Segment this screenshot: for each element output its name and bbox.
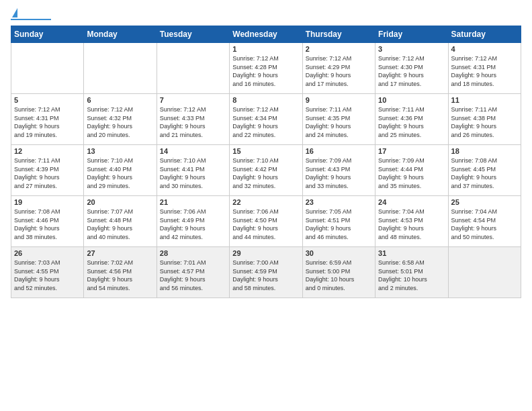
day-cell-17: 17Sunrise: 7:09 AM Sunset: 4:44 PM Dayli… (375, 145, 448, 196)
day-number: 17 (378, 147, 445, 155)
day-number: 31 (378, 249, 445, 257)
day-number: 8 (232, 96, 299, 104)
day-info: Sunrise: 7:11 AM Sunset: 4:38 PM Dayligh… (451, 105, 518, 139)
day-number: 3 (378, 45, 445, 53)
day-number: 11 (451, 96, 518, 104)
day-cell-6: 6Sunrise: 7:12 AM Sunset: 4:32 PM Daylig… (84, 94, 157, 145)
day-info: Sunrise: 7:11 AM Sunset: 4:36 PM Dayligh… (378, 105, 445, 139)
logo-line (11, 19, 51, 20)
day-cell-1: 1Sunrise: 7:12 AM Sunset: 4:28 PM Daylig… (230, 43, 302, 94)
day-number: 13 (87, 147, 153, 155)
day-number: 5 (14, 96, 81, 104)
day-number: 26 (14, 249, 81, 257)
day-cell-24: 24Sunrise: 7:04 AM Sunset: 4:53 PM Dayli… (375, 196, 448, 247)
day-info: Sunrise: 7:08 AM Sunset: 4:46 PM Dayligh… (14, 208, 81, 241)
day-cell-23: 23Sunrise: 7:05 AM Sunset: 4:51 PM Dayli… (302, 196, 375, 247)
week-row-1: 1Sunrise: 7:12 AM Sunset: 4:28 PM Daylig… (11, 43, 521, 94)
day-cell-31: 31Sunrise: 6:58 AM Sunset: 5:01 PM Dayli… (375, 247, 448, 298)
day-number: 19 (14, 198, 81, 206)
day-cell-25: 25Sunrise: 7:04 AM Sunset: 4:54 PM Dayli… (448, 196, 521, 247)
day-info: Sunrise: 7:03 AM Sunset: 4:55 PM Dayligh… (14, 259, 81, 292)
day-cell-16: 16Sunrise: 7:09 AM Sunset: 4:43 PM Dayli… (302, 145, 375, 196)
day-number: 1 (232, 45, 299, 53)
day-number: 24 (378, 198, 445, 206)
weekday-header-sunday: Sunday (11, 26, 84, 43)
day-info: Sunrise: 7:04 AM Sunset: 4:53 PM Dayligh… (378, 208, 445, 241)
day-cell-7: 7Sunrise: 7:12 AM Sunset: 4:33 PM Daylig… (157, 94, 229, 145)
page: SundayMondayTuesdayWednesdayThursdayFrid… (0, 0, 532, 411)
week-row-3: 12Sunrise: 7:11 AM Sunset: 4:39 PM Dayli… (11, 145, 521, 196)
day-info: Sunrise: 7:11 AM Sunset: 4:39 PM Dayligh… (14, 156, 81, 190)
day-cell-5: 5Sunrise: 7:12 AM Sunset: 4:31 PM Daylig… (11, 94, 84, 145)
day-cell-30: 30Sunrise: 6:59 AM Sunset: 5:00 PM Dayli… (302, 247, 375, 298)
day-cell-11: 11Sunrise: 7:11 AM Sunset: 4:38 PM Dayli… (448, 94, 521, 145)
day-info: Sunrise: 7:12 AM Sunset: 4:29 PM Dayligh… (306, 54, 372, 88)
day-info: Sunrise: 7:02 AM Sunset: 4:56 PM Dayligh… (87, 259, 153, 292)
day-number: 20 (87, 198, 153, 206)
day-number: 28 (160, 249, 226, 257)
weekday-header-saturday: Saturday (448, 26, 521, 43)
day-number: 6 (87, 96, 153, 104)
day-cell-12: 12Sunrise: 7:11 AM Sunset: 4:39 PM Dayli… (11, 145, 84, 196)
day-info: Sunrise: 7:12 AM Sunset: 4:30 PM Dayligh… (378, 54, 445, 88)
day-cell-27: 27Sunrise: 7:02 AM Sunset: 4:56 PM Dayli… (84, 247, 157, 298)
empty-cell (84, 43, 157, 94)
day-info: Sunrise: 7:10 AM Sunset: 4:42 PM Dayligh… (232, 156, 299, 190)
week-row-4: 19Sunrise: 7:08 AM Sunset: 4:46 PM Dayli… (11, 196, 521, 247)
logo-triangle-icon (12, 8, 17, 17)
day-info: Sunrise: 6:58 AM Sunset: 5:01 PM Dayligh… (378, 259, 445, 292)
day-info: Sunrise: 7:00 AM Sunset: 4:59 PM Dayligh… (232, 259, 299, 292)
weekday-header-monday: Monday (84, 26, 157, 43)
day-info: Sunrise: 7:12 AM Sunset: 4:31 PM Dayligh… (14, 105, 81, 139)
day-info: Sunrise: 7:06 AM Sunset: 4:50 PM Dayligh… (232, 208, 299, 241)
day-info: Sunrise: 7:12 AM Sunset: 4:32 PM Dayligh… (87, 105, 153, 139)
day-cell-21: 21Sunrise: 7:06 AM Sunset: 4:49 PM Dayli… (157, 196, 229, 247)
day-info: Sunrise: 7:06 AM Sunset: 4:49 PM Dayligh… (160, 208, 226, 241)
day-info: Sunrise: 7:05 AM Sunset: 4:51 PM Dayligh… (306, 208, 372, 241)
day-number: 23 (306, 198, 372, 206)
day-info: Sunrise: 7:12 AM Sunset: 4:34 PM Dayligh… (232, 105, 299, 139)
day-info: Sunrise: 7:04 AM Sunset: 4:54 PM Dayligh… (451, 208, 518, 241)
day-cell-3: 3Sunrise: 7:12 AM Sunset: 4:30 PM Daylig… (375, 43, 448, 94)
day-number: 29 (232, 249, 299, 257)
day-number: 9 (306, 96, 372, 104)
day-cell-18: 18Sunrise: 7:08 AM Sunset: 4:45 PM Dayli… (448, 145, 521, 196)
day-cell-20: 20Sunrise: 7:07 AM Sunset: 4:48 PM Dayli… (84, 196, 157, 247)
day-number: 4 (451, 45, 518, 53)
header (11, 8, 521, 20)
weekday-header-tuesday: Tuesday (157, 26, 229, 43)
day-cell-19: 19Sunrise: 7:08 AM Sunset: 4:46 PM Dayli… (11, 196, 84, 247)
day-number: 12 (14, 147, 81, 155)
day-cell-8: 8Sunrise: 7:12 AM Sunset: 4:34 PM Daylig… (230, 94, 302, 145)
day-cell-22: 22Sunrise: 7:06 AM Sunset: 4:50 PM Dayli… (230, 196, 302, 247)
calendar: SundayMondayTuesdayWednesdayThursdayFrid… (11, 26, 521, 298)
day-info: Sunrise: 7:01 AM Sunset: 4:57 PM Dayligh… (160, 259, 226, 292)
day-number: 30 (306, 249, 372, 257)
day-info: Sunrise: 7:12 AM Sunset: 4:33 PM Dayligh… (160, 105, 226, 139)
day-number: 10 (378, 96, 445, 104)
day-info: Sunrise: 7:12 AM Sunset: 4:28 PM Dayligh… (232, 54, 299, 88)
day-cell-28: 28Sunrise: 7:01 AM Sunset: 4:57 PM Dayli… (157, 247, 229, 298)
day-number: 25 (451, 198, 518, 206)
day-cell-14: 14Sunrise: 7:10 AM Sunset: 4:41 PM Dayli… (157, 145, 229, 196)
day-cell-29: 29Sunrise: 7:00 AM Sunset: 4:59 PM Dayli… (230, 247, 302, 298)
weekday-header-row: SundayMondayTuesdayWednesdayThursdayFrid… (11, 26, 521, 43)
weekday-header-friday: Friday (375, 26, 448, 43)
day-cell-15: 15Sunrise: 7:10 AM Sunset: 4:42 PM Dayli… (230, 145, 302, 196)
weekday-header-wednesday: Wednesday (230, 26, 302, 43)
day-info: Sunrise: 7:09 AM Sunset: 4:44 PM Dayligh… (378, 156, 445, 190)
empty-cell (448, 247, 521, 298)
day-info: Sunrise: 6:59 AM Sunset: 5:00 PM Dayligh… (306, 259, 372, 292)
day-number: 15 (232, 147, 299, 155)
day-cell-10: 10Sunrise: 7:11 AM Sunset: 4:36 PM Dayli… (375, 94, 448, 145)
day-number: 21 (160, 198, 226, 206)
day-info: Sunrise: 7:10 AM Sunset: 4:40 PM Dayligh… (87, 156, 153, 190)
week-row-2: 5Sunrise: 7:12 AM Sunset: 4:31 PM Daylig… (11, 94, 521, 145)
day-cell-2: 2Sunrise: 7:12 AM Sunset: 4:29 PM Daylig… (302, 43, 375, 94)
day-number: 2 (306, 45, 372, 53)
logo (11, 8, 54, 20)
day-info: Sunrise: 7:11 AM Sunset: 4:35 PM Dayligh… (306, 105, 372, 139)
week-row-5: 26Sunrise: 7:03 AM Sunset: 4:55 PM Dayli… (11, 247, 521, 298)
day-info: Sunrise: 7:12 AM Sunset: 4:31 PM Dayligh… (451, 54, 518, 88)
day-number: 14 (160, 147, 226, 155)
